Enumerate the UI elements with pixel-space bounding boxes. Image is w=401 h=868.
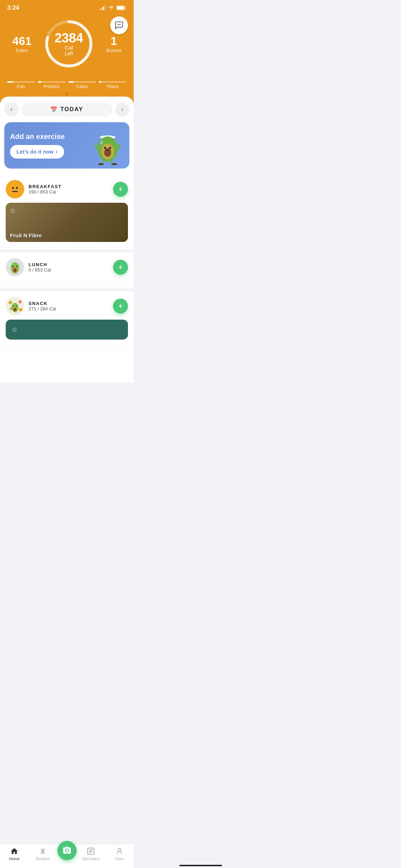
lunch-section: LUNCH 0 / 853 Cal +: [0, 249, 134, 287]
carbs-label: Carbs: [76, 84, 88, 89]
macro-fibers: Fibers: [99, 81, 127, 89]
snack-cal: 271 / 284 Cal: [29, 306, 56, 311]
breakfast-section: BREAKFAST 190 / 853 Cal + ☆ Fruit N Fibr…: [0, 174, 134, 248]
svg-point-3: [119, 24, 119, 25]
proteins-label: Proteins: [44, 84, 60, 89]
macro-proteins: Proteins: [38, 81, 66, 89]
svg-point-2: [118, 24, 118, 25]
breakfast-food-item[interactable]: ☆ Fruit N Fibre: [6, 203, 128, 242]
svg-rect-18: [12, 187, 14, 189]
prev-date-button[interactable]: ‹: [4, 102, 19, 117]
calendar-icon: 📅: [50, 106, 57, 113]
svg-point-17: [9, 183, 21, 196]
exercise-btn-text: Let's do it now: [16, 149, 53, 155]
breakfast-icon: [6, 180, 24, 198]
macro-fats: Fats: [7, 81, 35, 89]
svg-point-11: [104, 147, 106, 149]
svg-point-33: [9, 301, 12, 304]
lunch-cal: 0 / 853 Cal: [29, 267, 51, 273]
svg-point-34: [19, 300, 21, 303]
fats-label: Fats: [17, 84, 25, 89]
burned-label: Burned: [106, 48, 121, 53]
status-time: 3:24: [7, 4, 19, 11]
svg-point-24: [13, 268, 17, 272]
fibers-bar-fill: [99, 81, 102, 83]
exercise-title: Add an exercise: [10, 133, 92, 141]
snack-food-favorite-icon: ☆: [11, 325, 18, 334]
proteins-bar-fill: [38, 81, 42, 83]
exercise-btn-arrow: ›: [56, 149, 57, 155]
eaten-stat: 461 Eaten: [12, 35, 31, 53]
status-icons: [99, 5, 127, 10]
breakfast-food-favorite-icon: ☆: [9, 206, 16, 215]
date-picker[interactable]: 📅 TODAY: [21, 103, 112, 117]
date-label: TODAY: [60, 106, 83, 113]
burned-stat: 1 Burned: [106, 35, 121, 53]
lunch-header: LUNCH 0 / 853 Cal +: [6, 258, 128, 277]
next-date-button[interactable]: ›: [115, 102, 129, 117]
svg-point-12: [109, 147, 111, 149]
svg-rect-13: [106, 150, 109, 151]
breakfast-header: BREAKFAST 190 / 853 Cal +: [6, 180, 128, 198]
lunch-name: LUNCH: [29, 262, 51, 267]
breakfast-name: BREAKFAST: [29, 184, 62, 189]
svg-point-4: [120, 24, 120, 25]
fats-bar-fill: [7, 81, 13, 83]
breakfast-cal: 190 / 853 Cal: [29, 189, 62, 195]
svg-point-31: [13, 306, 14, 307]
fibers-label: Fibers: [107, 84, 118, 89]
battery-icon: [117, 5, 127, 10]
status-bar: 3:24: [0, 0, 134, 14]
snack-section: SNACK 271 / 284 Cal + ☆: [0, 288, 134, 346]
macro-bars: Fats Proteins Carbs Fibers: [7, 81, 127, 89]
exercise-text-area: Add an exercise Let's do it now ›: [10, 133, 92, 159]
svg-point-35: [19, 308, 22, 311]
svg-point-30: [14, 308, 16, 311]
calories-number: 2384: [55, 32, 83, 45]
calories-sub: Left: [55, 51, 83, 56]
eaten-value: 461: [12, 35, 31, 48]
lunch-add-button[interactable]: +: [113, 260, 128, 275]
eaten-label: Eaten: [16, 48, 28, 53]
burned-value: 1: [110, 35, 117, 48]
exercise-cta-button[interactable]: Let's do it now ›: [10, 145, 64, 159]
calorie-row: 461 Eaten 2384 Cal Left 1 Burned: [7, 17, 127, 71]
breakfast-add-button[interactable]: +: [113, 182, 128, 197]
svg-rect-19: [16, 187, 18, 189]
svg-rect-20: [12, 191, 18, 192]
date-navigation: ‹ 📅 TODAY ›: [0, 102, 134, 117]
svg-point-26: [16, 266, 17, 267]
avocado-mascot: [92, 129, 124, 161]
carbs-bar-fill: [68, 81, 74, 83]
snack-food-item[interactable]: ☆: [6, 320, 128, 340]
svg-point-14: [101, 141, 103, 145]
snack-name: SNACK: [29, 301, 56, 306]
macro-carbs: Carbs: [68, 81, 96, 89]
main-body: ‹ 📅 TODAY › Add an exercise Let's do it …: [0, 97, 134, 383]
breakfast-food-name: Fruit N Fibre: [6, 229, 46, 242]
svg-point-32: [16, 306, 17, 307]
svg-point-10: [104, 148, 111, 157]
snack-add-button[interactable]: +: [113, 299, 128, 314]
calories-label: Cal: [55, 45, 83, 51]
exercise-banner[interactable]: Add an exercise Let's do it now ›: [4, 122, 129, 169]
wifi-icon: [108, 5, 114, 10]
snack-header: SNACK 271 / 284 Cal +: [6, 297, 128, 315]
lunch-icon: [6, 258, 24, 277]
chat-button[interactable]: [110, 16, 128, 34]
svg-rect-1: [117, 6, 124, 10]
snack-icon: [6, 297, 24, 315]
macro-expand-icon[interactable]: ▾: [7, 89, 127, 97]
header-section: 461 Eaten 2384 Cal Left 1 Burned: [0, 14, 134, 81]
signal-icon: [99, 5, 106, 10]
svg-point-25: [12, 266, 14, 267]
calorie-ring: 2384 Cal Left: [42, 17, 96, 71]
